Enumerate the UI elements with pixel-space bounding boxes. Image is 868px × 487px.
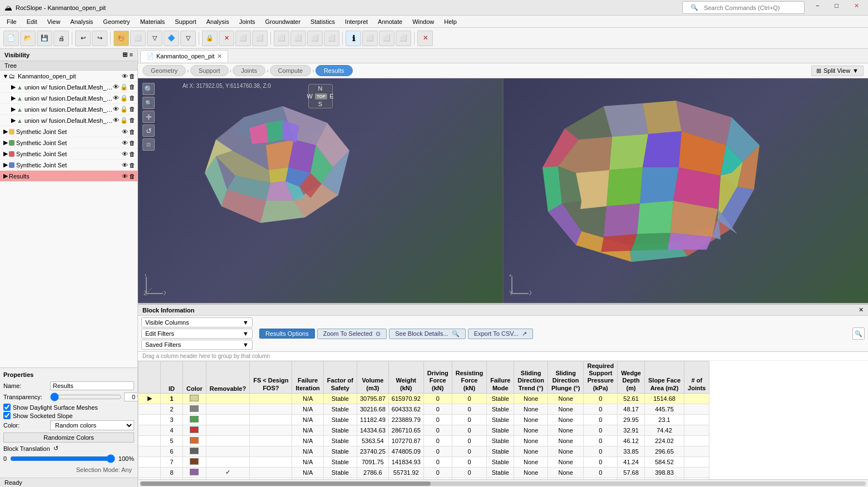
menu-annotate[interactable]: Annotate xyxy=(373,17,407,26)
row-expand-5[interactable] xyxy=(139,446,161,456)
lock-icon-2[interactable]: 🔒 xyxy=(120,106,128,113)
project-expand[interactable]: ▼ xyxy=(2,73,9,79)
workflow-results[interactable]: Results xyxy=(315,65,353,76)
del-icon-0[interactable]: 🗑 xyxy=(129,83,135,91)
vis-joint-2[interactable]: 👁 xyxy=(122,151,128,157)
rect2-button[interactable]: ⬜ xyxy=(252,31,268,46)
tree-item-0[interactable]: ▶ ▲ union w/ fusion.Default.Mesh_extri 👁… xyxy=(0,82,137,93)
row-expand-4[interactable] xyxy=(139,435,161,446)
table-row[interactable]: 7N/AStable7091.75141834.9300StableNoneNo… xyxy=(139,456,709,467)
close-x-button[interactable]: ✕ xyxy=(417,31,433,46)
export-csv-button[interactable]: Export To CSV... ↗ xyxy=(468,329,533,339)
randomize-colors-button[interactable]: Randomize Colors xyxy=(3,433,134,443)
project-del-icon[interactable]: 🗑 xyxy=(129,73,135,79)
table-row[interactable]: 4N/AStable14334.63286710.6500StableNoneN… xyxy=(139,425,709,435)
transparency-slider[interactable] xyxy=(50,392,122,401)
col-resisting[interactable]: ResistingForce(kN) xyxy=(452,361,487,394)
expand-3[interactable]: ▶ xyxy=(10,117,17,124)
translation-slider[interactable] xyxy=(10,454,115,463)
row-expand-3[interactable] xyxy=(139,425,161,435)
del-icon-1[interactable]: 🗑 xyxy=(129,95,135,102)
mesh2-button[interactable]: ⬜ xyxy=(290,31,306,46)
tree-item-2[interactable]: ▶ ▲ union w/ fusion.Default.Mesh_extri 👁… xyxy=(0,104,137,115)
table-search-button[interactable]: 🔍 xyxy=(852,327,865,340)
split-view-button[interactable]: ⊞ Split View ▼ xyxy=(811,66,864,76)
tree-item-joint-1[interactable]: ▶ Synthetic Joint Set 👁 🗑 xyxy=(0,137,137,148)
table-row[interactable]: 8✓N/AStable2786.655731.9200StableNoneNon… xyxy=(139,467,709,478)
col-driving[interactable]: DrivingForce(kN) xyxy=(423,361,452,394)
edit-filters-dropdown[interactable]: Edit Filters ▼ xyxy=(141,329,253,339)
workflow-compute[interactable]: Compute xyxy=(270,65,312,76)
lock-button[interactable]: 🔒 xyxy=(202,31,218,46)
vis-results[interactable]: 👁 xyxy=(122,173,128,180)
info-button[interactable]: ℹ xyxy=(346,31,361,46)
tree-tab[interactable]: Tree xyxy=(0,61,137,71)
del-joint-1[interactable]: 🗑 xyxy=(129,140,135,146)
minimize-button[interactable]: − xyxy=(811,1,823,14)
undo-button[interactable]: ↩ xyxy=(75,31,91,46)
row-expand-2[interactable] xyxy=(139,414,161,425)
lock-icon-1[interactable]: 🔒 xyxy=(120,95,128,102)
menu-analysis2[interactable]: Analysis xyxy=(202,17,234,26)
scroll-thumb[interactable] xyxy=(140,481,431,486)
mesh4-button[interactable]: ⬜ xyxy=(324,31,339,46)
vis-joint-3[interactable]: 👁 xyxy=(122,162,128,168)
menu-analysis[interactable]: Analysis xyxy=(66,17,97,26)
redo-button[interactable]: ↪ xyxy=(92,31,107,46)
menu-geometry[interactable]: Geometry xyxy=(98,17,134,26)
block-trans-icon[interactable]: ↺ xyxy=(53,445,58,452)
close-button[interactable]: ✕ xyxy=(850,1,864,14)
del-joint-0[interactable]: 🗑 xyxy=(129,128,135,135)
tree-item-joint-3[interactable]: ▶ Synthetic Joint Set 👁 🗑 xyxy=(0,160,137,171)
cube2-button[interactable]: ⬜ xyxy=(379,31,394,46)
workflow-joints[interactable]: Joints xyxy=(233,65,265,76)
display-button[interactable]: ⬜ xyxy=(130,31,146,46)
tree-item-results[interactable]: ▶ Results 👁 🗑 xyxy=(0,171,137,182)
lock-icon-3[interactable]: 🔒 xyxy=(120,117,128,124)
lock-icon-0[interactable]: 🔒 xyxy=(120,83,128,91)
menu-edit[interactable]: Edit xyxy=(22,17,42,26)
col-wedge-depth[interactable]: WedgeDepth(m) xyxy=(618,361,645,394)
menu-interpret[interactable]: Interpret xyxy=(341,17,372,26)
col-color[interactable]: Color xyxy=(183,361,206,394)
expand-0[interactable]: ▶ xyxy=(10,83,17,91)
save-button[interactable]: 💾 xyxy=(37,31,52,46)
tree-item-3[interactable]: ▶ ▲ union w/ fusion.Default.Mesh_extri 👁… xyxy=(0,115,137,126)
project-vis-icon[interactable]: 👁 xyxy=(122,73,128,79)
see-details-button[interactable]: See Block Details... 🔍 xyxy=(389,329,465,339)
del-results[interactable]: 🗑 xyxy=(129,173,135,180)
menu-view[interactable]: View xyxy=(43,17,65,26)
name-input[interactable] xyxy=(50,381,134,390)
row-expand-0[interactable]: ▶ xyxy=(139,393,161,404)
eye-button[interactable]: ⬜ xyxy=(396,31,411,46)
table-row[interactable]: 2N/AStable30216.68604333.6200StableNoneN… xyxy=(139,404,709,414)
tab-kanmantoo[interactable]: 📄 Kanmantoo_open_pit ✕ xyxy=(140,50,228,62)
results-options-button[interactable]: Results Options xyxy=(259,329,315,339)
visibility-icons-btn[interactable]: ⊞ xyxy=(122,51,127,58)
shape-button[interactable]: 🔷 xyxy=(164,31,179,46)
workflow-support[interactable]: Support xyxy=(190,65,229,76)
del-joint-3[interactable]: 🗑 xyxy=(129,162,135,168)
cube-button[interactable]: ⬜ xyxy=(362,31,378,46)
saved-filters-dropdown[interactable]: Saved Filters ▼ xyxy=(141,340,253,350)
delete-button[interactable]: ✕ xyxy=(219,31,234,46)
search-input[interactable] xyxy=(704,4,793,11)
table-row[interactable]: ▶1N/AStable30795.87615970.9200StableNone… xyxy=(139,393,709,404)
vis-icon-2[interactable]: 👁 xyxy=(113,106,119,113)
mesh-button[interactable]: ⬜ xyxy=(274,31,289,46)
col-slope-area[interactable]: Slope FaceArea (m2) xyxy=(644,361,684,394)
vis-joint-1[interactable]: 👁 xyxy=(122,140,128,146)
color-select[interactable]: Random colors xyxy=(50,420,134,430)
project-node[interactable]: ▼ 🗂 Kanmantoo_open_pit 👁 🗑 xyxy=(0,71,137,82)
menu-statistics[interactable]: Statistics xyxy=(306,17,339,26)
del-icon-3[interactable]: 🗑 xyxy=(129,117,135,124)
del-joint-2[interactable]: 🗑 xyxy=(129,151,135,157)
vis-joint-0[interactable]: 👁 xyxy=(122,128,128,135)
expand-2[interactable]: ▶ xyxy=(10,106,17,113)
row-expand-1[interactable] xyxy=(139,404,161,414)
menu-support[interactable]: Support xyxy=(170,17,201,26)
col-weight[interactable]: Weight(kN) xyxy=(388,361,423,394)
vis-icon-3[interactable]: 👁 xyxy=(113,117,119,124)
tree-item-1[interactable]: ▶ ▲ union w/ fusion.Default.Mesh_extri 👁… xyxy=(0,93,137,104)
table-row[interactable]: 9N/AStable29100.6582012.0100StableNoneNo… xyxy=(139,478,709,479)
